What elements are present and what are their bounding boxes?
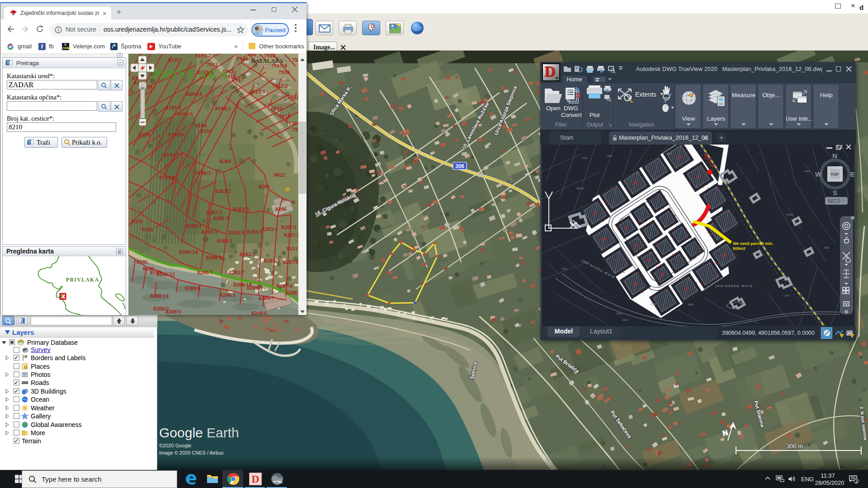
svg-text:8198/2: 8198/2 bbox=[215, 105, 231, 112]
svg-text:8200/14: 8200/14 bbox=[179, 249, 198, 255]
svg-text:jadranska more: jadranska more bbox=[715, 284, 753, 288]
svg-text:8195: 8195 bbox=[137, 259, 148, 265]
svg-text:8193/4: 8193/4 bbox=[186, 91, 202, 97]
svg-text:8191: 8191 bbox=[132, 218, 143, 225]
svg-text:8207/1: 8207/1 bbox=[281, 224, 297, 230]
svg-text:6208: 6208 bbox=[650, 303, 656, 305]
svg-text:7934: 7934 bbox=[279, 113, 291, 120]
svg-text:500m2: 500m2 bbox=[733, 246, 745, 251]
svg-text:Files: Files bbox=[555, 122, 566, 128]
svg-text:7920: 7920 bbox=[278, 69, 290, 75]
svg-text:7913: 7913 bbox=[616, 312, 622, 315]
svg-text:8193/5: 8193/5 bbox=[177, 111, 193, 117]
svg-text:8198/1: 8198/1 bbox=[195, 170, 211, 176]
svg-text:8201/7: 8201/7 bbox=[229, 269, 245, 276]
svg-text:8193/2: 8193/2 bbox=[195, 54, 211, 59]
svg-text:PRIVLAKA: PRIVLAKA bbox=[66, 277, 99, 282]
svg-text:Convert: Convert bbox=[561, 112, 582, 118]
svg-text:8203/3: 8203/3 bbox=[233, 206, 249, 212]
svg-text:BATALAŽA: BATALAŽA bbox=[251, 57, 283, 64]
svg-text:8202/3: 8202/3 bbox=[206, 209, 222, 216]
svg-text:S: S bbox=[833, 189, 837, 197]
svg-text:8193/8: 8193/8 bbox=[159, 174, 175, 181]
svg-text:7932: 7932 bbox=[288, 94, 298, 100]
svg-text:8207/6: 8207/6 bbox=[283, 259, 298, 265]
svg-text:8202/4: 8202/4 bbox=[229, 230, 245, 236]
svg-text:8206: 8206 bbox=[805, 170, 810, 173]
svg-text:4191/1: 4191/1 bbox=[786, 213, 794, 216]
svg-text:8207/2: 8207/2 bbox=[284, 232, 298, 238]
svg-text:DWG: DWG bbox=[564, 105, 578, 112]
svg-text:8201/3: 8201/3 bbox=[202, 229, 217, 235]
svg-text:8203/5: 8203/5 bbox=[247, 229, 263, 235]
svg-text:8192: 8192 bbox=[201, 128, 212, 134]
svg-text:8193/6: 8193/6 bbox=[168, 131, 184, 138]
svg-text:8208: 8208 bbox=[286, 290, 297, 296]
svg-text:7936: 7936 bbox=[292, 127, 298, 133]
svg-text:Plot: Plot bbox=[590, 112, 600, 118]
svg-text:8138: 8138 bbox=[138, 131, 150, 138]
svg-text:N: N bbox=[832, 152, 837, 160]
svg-text:Navigation: Navigation bbox=[629, 122, 655, 128]
svg-text:8209/7: 8209/7 bbox=[259, 295, 274, 301]
svg-text:4673/5: 4673/5 bbox=[576, 187, 584, 190]
svg-text:8209/3: 8209/3 bbox=[247, 285, 263, 291]
svg-text:8200/13: 8200/13 bbox=[150, 293, 169, 299]
svg-text:3822: 3822 bbox=[824, 246, 830, 249]
svg-text:W: W bbox=[815, 170, 822, 178]
svg-text:8206: 8206 bbox=[688, 303, 693, 306]
svg-text:8204: 8204 bbox=[220, 158, 231, 164]
svg-text:8200/1: 8200/1 bbox=[186, 223, 202, 229]
svg-text:1192: 1192 bbox=[784, 294, 790, 297]
svg-text:TOP: TOP bbox=[830, 172, 839, 177]
svg-text:8200/12: 8200/12 bbox=[156, 271, 175, 277]
svg-text:8200/5: 8200/5 bbox=[165, 309, 181, 315]
svg-text:8203/2: 8203/2 bbox=[215, 188, 231, 194]
svg-text:7933: 7933 bbox=[271, 105, 282, 112]
svg-text:7900: 7900 bbox=[245, 54, 256, 57]
svg-text:Extents: Extents bbox=[635, 91, 656, 98]
svg-text:7921: 7921 bbox=[292, 57, 298, 63]
svg-text:7917/2: 7917/2 bbox=[272, 83, 288, 89]
svg-text:8200/9: 8200/9 bbox=[206, 254, 222, 261]
svg-text:Open: Open bbox=[546, 105, 561, 112]
svg-text:1192: 1192 bbox=[622, 319, 627, 321]
svg-text:8202/1: 8202/1 bbox=[240, 251, 255, 258]
svg-text:3822: 3822 bbox=[666, 152, 672, 155]
svg-text:8193/1: 8193/1 bbox=[165, 104, 181, 111]
svg-text:8200/8: 8200/8 bbox=[185, 285, 201, 291]
svg-text:8137: 8137 bbox=[168, 57, 179, 63]
svg-text:8200/3: 8200/3 bbox=[220, 292, 236, 298]
svg-text:7917/1: 7917/1 bbox=[250, 89, 265, 95]
svg-text:8193/7: 8193/7 bbox=[164, 152, 179, 158]
svg-text:8201/1: 8201/1 bbox=[217, 238, 233, 244]
svg-text:7935: 7935 bbox=[286, 120, 297, 127]
svg-text:8203/4: 8203/4 bbox=[262, 226, 278, 232]
svg-text:7913: 7913 bbox=[739, 302, 744, 305]
svg-text:8209/6: 8209/6 bbox=[251, 310, 267, 315]
svg-text:8207/3: 8207/3 bbox=[264, 258, 280, 264]
svg-text:8207/4: 8207/4 bbox=[277, 283, 292, 289]
svg-text:7917: 7917 bbox=[232, 77, 244, 83]
svg-text:8201/4: 8201/4 bbox=[213, 215, 229, 221]
svg-text:7913: 7913 bbox=[561, 267, 567, 270]
svg-text:8206: 8206 bbox=[275, 206, 287, 212]
svg-text:Output: Output bbox=[587, 122, 604, 128]
svg-text:E: E bbox=[850, 170, 854, 178]
svg-text:We need parcell min.: We need parcell min. bbox=[733, 241, 773, 246]
svg-text:8192: 8192 bbox=[142, 226, 153, 233]
svg-text:WCS: WCS bbox=[828, 198, 840, 204]
svg-text:7913: 7913 bbox=[607, 155, 612, 157]
svg-text:Pro: Pro bbox=[278, 481, 283, 484]
svg-text:1192: 1192 bbox=[582, 157, 587, 160]
svg-text:8211: 8211 bbox=[287, 245, 297, 252]
svg-text:PRIVLAKA: PRIVLAKA bbox=[153, 68, 229, 81]
svg-text:7912: 7912 bbox=[207, 61, 218, 68]
svg-text:1: 1 bbox=[855, 479, 858, 483]
svg-text:8205: 8205 bbox=[259, 183, 270, 190]
svg-text:8200/7: 8200/7 bbox=[197, 269, 213, 276]
svg-text:8022: 8022 bbox=[274, 172, 285, 178]
